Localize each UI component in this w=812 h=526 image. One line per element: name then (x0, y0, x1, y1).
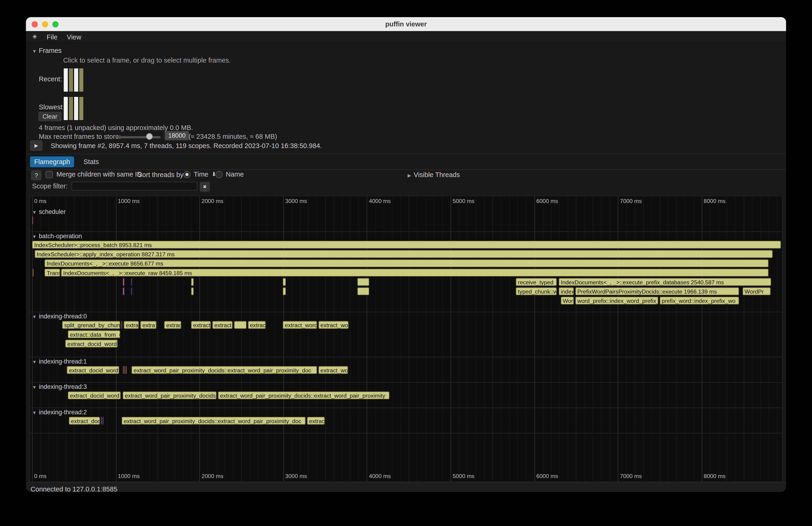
slowest-frames-thumbnail[interactable] (63, 97, 84, 121)
flamegraph-canvas[interactable]: 0 ms1000 ms2000 ms3000 ms4000 ms5000 ms6… (29, 196, 782, 482)
frame-bar[interactable] (69, 97, 73, 120)
max-frames-note: (≈ 23428.5 minutes, ≈ 68 MB) (188, 133, 277, 141)
thread-section-indexing-thread:2: ▼indexing-thread:2extract_docextract_wor… (30, 408, 782, 434)
scope-lane: extract_docid_wordextract_word_pair_prox… (30, 366, 782, 375)
scope-bar[interactable] (123, 287, 124, 295)
scope-bar[interactable]: IndexDocuments<_, _>::execute_raw 8459.1… (61, 269, 768, 277)
scope-bar[interactable]: extract (248, 321, 266, 329)
tab-flamegraph[interactable]: Flamegraph (30, 157, 74, 167)
thread-header[interactable]: ▼scheduler (30, 208, 782, 216)
scope-bar[interactable] (124, 366, 125, 374)
scope-bar[interactable]: extract_word (283, 321, 317, 329)
scope-bar[interactable]: extract_word_pair_proximity_docids::extr… (132, 366, 317, 374)
thread-header[interactable]: ▼batch-operation (30, 232, 782, 240)
scope-bar[interactable]: receive_typed (516, 278, 556, 286)
merge-children-checkbox-group[interactable]: Merge children with same ID (46, 170, 142, 178)
scope-bar[interactable] (234, 321, 246, 329)
scope-bar[interactable]: extrac (164, 321, 181, 329)
frame-bar[interactable] (79, 68, 84, 92)
scope-bar[interactable]: prefix_word::index_prefix_wo (659, 296, 739, 305)
visible-threads-header[interactable]: ▶Visible Threads (408, 171, 460, 179)
menu-file[interactable]: File (47, 33, 57, 41)
scope-bar[interactable]: extract (212, 321, 232, 329)
scope-bar[interactable]: split_grenad_by_chun (62, 321, 120, 329)
scope-bar[interactable]: PrefixWordPairsProximityDocids::execute … (575, 287, 739, 295)
minimize-button[interactable] (42, 21, 48, 27)
scope-bar[interactable]: IndexScheduler>::apply_index_operation 8… (34, 250, 773, 258)
scope-bar[interactable] (131, 278, 132, 286)
scope-bar[interactable]: extract_word_pair_proximity_docids (123, 391, 216, 399)
play-button[interactable]: ▶ (30, 141, 43, 151)
scope-bar[interactable]: IndexDocuments<_, _>::execute_prefix_dat… (559, 278, 771, 286)
scope-bar[interactable]: extract_word_pair_proximity_docids::extr… (218, 391, 389, 399)
thread-header[interactable]: ▼indexing-thread:2 (30, 408, 782, 417)
scope-bar[interactable]: Trans (45, 269, 60, 277)
thread-header[interactable]: ▼indexing-thread:0 (30, 312, 782, 321)
max-frames-slider[interactable] (115, 136, 161, 138)
frames-header[interactable]: ▼Frames (32, 47, 62, 55)
menu-view[interactable]: View (67, 33, 81, 41)
scope-bar[interactable]: extract (191, 321, 211, 329)
chevron-down-icon: ▼ (32, 314, 37, 319)
frame-bar[interactable] (79, 97, 84, 120)
max-frames-slider-knob[interactable] (146, 133, 153, 140)
clear-button[interactable]: Clear (38, 112, 61, 121)
sort-by-name-radio-group[interactable]: Name (216, 170, 244, 178)
scope-bar[interactable] (101, 417, 102, 425)
scope-bar[interactable]: WordPr (742, 287, 770, 295)
scope-bar[interactable] (103, 417, 104, 425)
clear-filter-button[interactable]: ✖ (200, 182, 210, 191)
sort-by-time-radio-group[interactable]: Time ⬇ (183, 170, 216, 178)
chevron-down-icon: ▼ (32, 234, 37, 239)
max-frames-value[interactable]: 18000 (165, 131, 189, 140)
visible-threads-label: Visible Threads (414, 171, 460, 179)
scope-bar[interactable]: extract_wo (318, 321, 349, 329)
scope-bar[interactable]: word_prefix::index_word_prefix_ (575, 296, 658, 305)
scope-bar[interactable]: IndexScheduler>::process_batch 8953.821 … (32, 241, 781, 249)
scope-bar[interactable]: Word (561, 296, 574, 305)
scope-bar[interactable] (131, 287, 132, 295)
scope-bar[interactable] (191, 278, 194, 286)
scope-bar[interactable]: extract_docid_word (66, 340, 118, 348)
scope-bar[interactable]: index (559, 287, 574, 295)
frame-bar[interactable] (64, 97, 68, 120)
recent-frames-thumbnail[interactable] (63, 68, 84, 92)
scope-bar[interactable] (358, 278, 369, 286)
thread-header[interactable]: ▼indexing-thread:1 (30, 357, 782, 366)
scope-bar[interactable] (123, 278, 124, 286)
help-button[interactable]: ? (31, 170, 42, 180)
scope-bar[interactable] (358, 287, 369, 295)
scope-bar[interactable] (32, 269, 34, 277)
frame-bar[interactable] (69, 68, 73, 92)
scope-bar[interactable]: extract_docid_word (67, 366, 119, 374)
scope-bar[interactable]: extract_docid_word (68, 391, 121, 399)
scope-bar[interactable]: extract_wo (318, 366, 348, 374)
scope-bar[interactable]: IndexDocuments<_, _>::execute 8656.677 m… (45, 260, 769, 267)
frame-bar[interactable] (64, 68, 68, 92)
thread-header[interactable]: ▼indexing-thread:3 (30, 383, 782, 391)
sort-by-time-radio[interactable] (183, 171, 190, 178)
zoom-button[interactable] (53, 21, 59, 27)
frame-bar[interactable] (74, 68, 78, 92)
tab-stats[interactable]: Stats (79, 157, 103, 167)
scope-bar[interactable] (191, 287, 194, 295)
scope-bar[interactable]: extrac (307, 417, 324, 425)
scope-bar[interactable] (283, 287, 286, 295)
frame-bar[interactable] (74, 97, 78, 120)
merge-children-checkbox[interactable] (46, 171, 53, 178)
scope-bar[interactable]: extra (140, 321, 156, 329)
scope-bar[interactable]: extract::data_from_ob (68, 331, 120, 338)
scope-bar[interactable] (32, 216, 33, 224)
scope-bar[interactable] (121, 321, 122, 329)
scope-filter-input[interactable] (71, 182, 197, 190)
scope-bar[interactable]: extract_doc (69, 417, 100, 425)
close-button[interactable] (31, 21, 38, 27)
scope-bar[interactable]: extract (124, 321, 139, 329)
scope-bar[interactable] (126, 366, 127, 374)
scope-bar[interactable]: extract_word_pair_proximity_docids::extr… (122, 417, 305, 425)
scope-bar[interactable]: typed_chunk::w (516, 287, 556, 295)
scope-bar[interactable] (283, 278, 286, 286)
sort-by-name-radio[interactable] (216, 171, 223, 178)
scope-lane: extract::data_from_ob (30, 330, 782, 339)
scope-bar[interactable] (123, 366, 124, 374)
